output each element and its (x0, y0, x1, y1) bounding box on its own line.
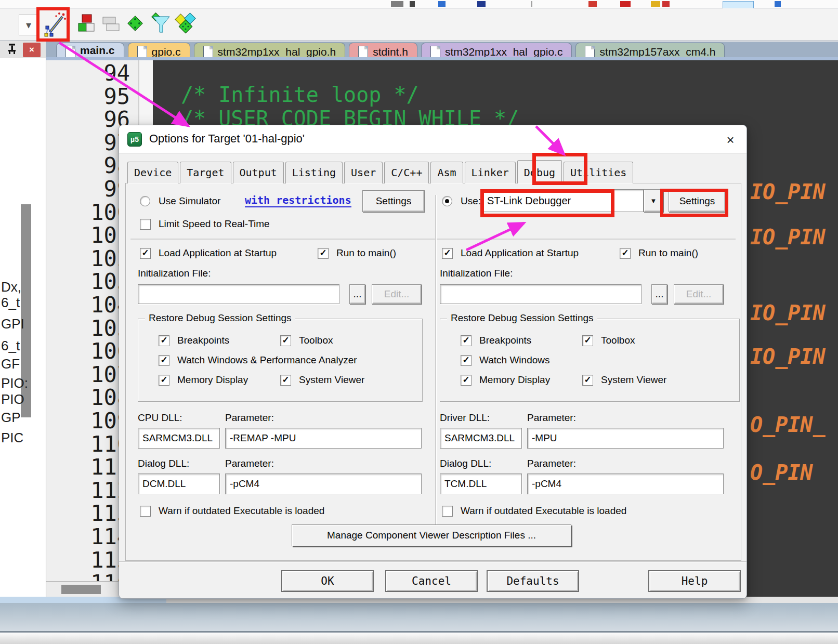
use-debugger-radio[interactable] (442, 196, 452, 206)
target-select-chevron[interactable]: ▾ (19, 15, 38, 35)
toolbox-checkbox[interactable]: ✓ (582, 335, 593, 346)
warn-outdated-checkbox[interactable] (140, 506, 151, 517)
dialog-tab-Utilities[interactable]: Utilities (564, 162, 633, 183)
dialog-dll-label: Dialog DLL: (138, 458, 189, 469)
pin-icon[interactable] (6, 43, 19, 56)
memory-display-checkbox[interactable]: ✓ (159, 375, 169, 386)
dialog-tab-Linker[interactable]: Linker (465, 162, 516, 183)
load-app-checkbox[interactable]: ✓ (140, 248, 151, 259)
dialog-dll-input[interactable]: DCM.DLL (138, 474, 220, 494)
filter-funnel-icon[interactable] (150, 12, 172, 34)
init-file-input[interactable] (440, 284, 641, 304)
copy-window-icon[interactable] (101, 16, 121, 33)
manage-components-package-icon[interactable] (174, 11, 197, 35)
uvision-glyph: µ5 (130, 135, 139, 143)
system-viewer-diamond-icon[interactable] (125, 12, 146, 34)
cpu-dll-input[interactable]: SARMCM3.DLL (138, 428, 220, 449)
toolbar-icon-sliver (588, 1, 597, 7)
line-number: 94 (46, 62, 130, 84)
dialog-titlebar[interactable]: µ5 Options for Target '01-hal-gpio' × (119, 125, 747, 154)
limit-speed-checkbox[interactable] (140, 219, 151, 230)
breakpoints-label: Breakpoints (479, 335, 531, 346)
tab-bar-accent (46, 57, 838, 60)
debugger-combo-value[interactable]: ST-Link Debugger (481, 189, 644, 212)
dialog-tab-Device[interactable]: Device (127, 162, 178, 183)
run-to-main-checkbox[interactable]: ✓ (620, 248, 631, 259)
check-icon: ✓ (141, 248, 149, 257)
green-diamond-icon (125, 12, 146, 34)
line-number: 111 (46, 456, 130, 478)
dialog-dll-parameter-input[interactable]: -pCM4 (225, 474, 422, 494)
dialog-tab-Output[interactable]: Output (233, 162, 284, 183)
uvision-logo-icon: µ5 (127, 132, 142, 147)
cubes-icon (77, 14, 97, 33)
warn-outdated-checkbox[interactable] (442, 506, 453, 517)
init-file-input[interactable] (138, 284, 339, 304)
line-number: 95 (46, 86, 130, 108)
toolbar-icon-sliver (391, 1, 403, 7)
dialog-tab-Listing[interactable]: Listing (285, 162, 343, 183)
system-viewer-label: System Viewer (601, 374, 666, 386)
debugger-combobox[interactable]: ST-Link Debugger ▼ (481, 189, 663, 212)
overlapping-windows-icon (101, 16, 121, 33)
file-tab-label: gpio.c (152, 46, 181, 58)
check-icon: ✓ (462, 356, 469, 364)
limit-speed-label: Limit Speed to Real-Time (159, 218, 270, 230)
toolbox-checkbox[interactable]: ✓ (280, 335, 291, 346)
system-viewer-checkbox[interactable]: ✓ (280, 375, 291, 386)
dialog-dll-parameter-input[interactable]: -pCM4 (527, 474, 724, 494)
simulator-settings-button[interactable]: Settings (362, 190, 425, 212)
ellipsis-label: ... (656, 288, 664, 300)
dock-text-fragment: GPI (1, 316, 24, 332)
close-icon: × (726, 132, 734, 148)
watch-windows-checkbox[interactable]: ✓ (159, 355, 169, 366)
selected-toolbar-button-sliver (723, 1, 754, 9)
dialog-tab-C/C++[interactable]: C/C++ (384, 162, 429, 183)
load-app-checkbox[interactable]: ✓ (442, 248, 453, 259)
cancel-button[interactable]: Cancel (385, 570, 478, 592)
system-viewer-checkbox[interactable]: ✓ (582, 375, 593, 386)
dialog-tab-Asm[interactable]: Asm (430, 162, 463, 183)
with-restrictions-link[interactable]: with restrictions (245, 194, 351, 207)
breakpoints-checkbox[interactable]: ✓ (461, 335, 472, 346)
help-button[interactable]: Help (648, 570, 741, 592)
init-file-edit-button[interactable]: Edit... (674, 284, 724, 304)
use-simulator-radio[interactable] (140, 196, 150, 206)
ok-button[interactable]: OK (281, 570, 374, 592)
line-number: 101 (46, 225, 130, 246)
run-to-main-checkbox[interactable]: ✓ (318, 248, 329, 259)
dialog-tab-Debug[interactable]: Debug (517, 160, 562, 183)
breakpoints-checkbox[interactable]: ✓ (159, 335, 169, 346)
memory-display-checkbox[interactable]: ✓ (461, 375, 472, 386)
dialog-close-button[interactable]: × (723, 132, 738, 148)
dialog-tab-Target[interactable]: Target (180, 162, 231, 183)
dock-close-button[interactable]: × (23, 43, 41, 57)
defaults-button[interactable]: Defaults (487, 570, 579, 592)
manage-component-viewer-button[interactable]: Manage Component Viewer Description File… (292, 524, 571, 546)
dialog-dll-input[interactable]: TCM.DLL (440, 474, 522, 494)
init-file-edit-button[interactable]: Edit... (372, 284, 422, 304)
chevron-down-icon: ▾ (26, 19, 31, 31)
init-file-browse-button[interactable]: ... (651, 284, 667, 304)
dialog-tab-User[interactable]: User (344, 162, 383, 183)
debugger-combo-dropdown-button[interactable]: ▼ (644, 189, 663, 212)
driver-dll-parameter-input[interactable]: -MPU (527, 428, 724, 449)
watch-windows-checkbox[interactable]: ✓ (461, 355, 472, 366)
dock-panel-body: Dx,6_tGPI6_tGFPIO:PIOGPPIC (0, 58, 46, 597)
toolbar-icon-sliver (620, 1, 631, 7)
check-icon: ✓ (443, 248, 451, 257)
driver-dll-input[interactable]: SARMCM3.DLL (440, 428, 522, 449)
options-for-target-wand-icon[interactable] (44, 11, 67, 37)
warn-outdated-label: Warn if outdated Executable is loaded (461, 505, 626, 517)
build-target-icon[interactable] (77, 14, 97, 33)
check-icon: ✓ (282, 336, 289, 345)
code-identifier-fragment: IO_PIN (750, 344, 826, 369)
line-number: 113 (46, 503, 130, 524)
check-icon: ✓ (160, 336, 167, 345)
hscrollbar-thumb[interactable] (61, 585, 101, 594)
dock-text-fragment: PIO: (1, 375, 28, 391)
init-file-browse-button[interactable]: ... (349, 284, 365, 304)
debugger-settings-button[interactable]: Settings (669, 190, 726, 212)
line-number: 109 (46, 410, 130, 432)
cpu-dll-parameter-input[interactable]: -REMAP -MPU (225, 428, 422, 449)
